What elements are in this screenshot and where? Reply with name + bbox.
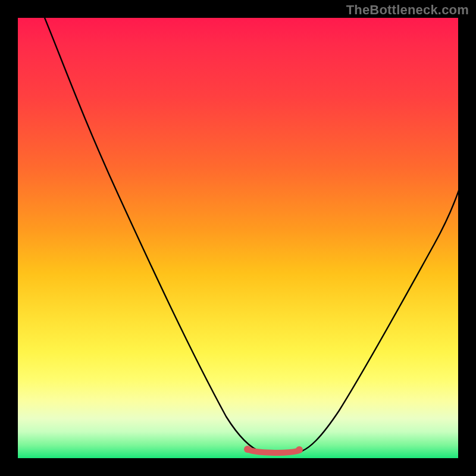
accent-dot-right <box>296 446 303 453</box>
chart-frame: TheBottleneck.com <box>0 0 476 476</box>
accent-segment <box>249 450 298 453</box>
curve-layer <box>18 18 458 458</box>
watermark-text: TheBottleneck.com <box>346 2 469 18</box>
curve-left-branch <box>43 18 262 452</box>
curve-right-branch <box>299 183 458 452</box>
accent-dot-left <box>244 446 251 453</box>
plot-area <box>18 18 458 458</box>
